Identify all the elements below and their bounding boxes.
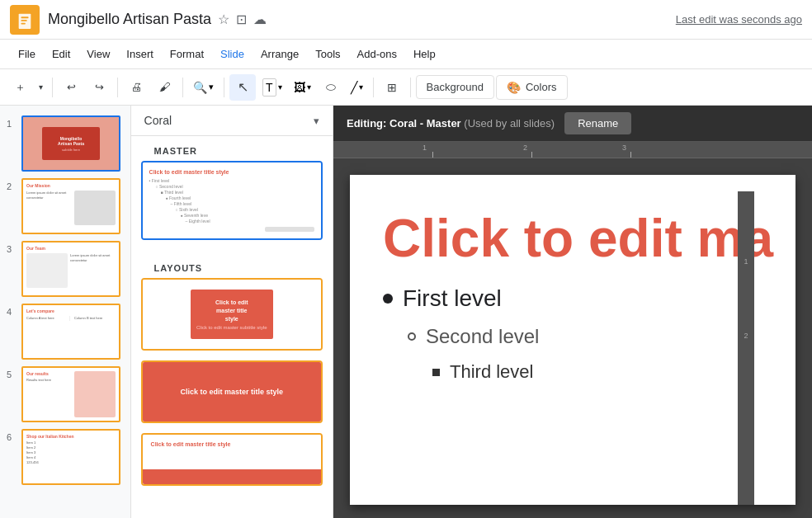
add-dropdown[interactable]: ▾: [34, 74, 47, 101]
app-title: Mongibello Artisan Pasta: [48, 11, 211, 28]
master-section-label: MASTER: [141, 136, 323, 161]
layout-thumb-3[interactable]: Click to edit master title style: [141, 433, 323, 486]
cloud-icon[interactable]: ☁: [253, 12, 267, 27]
last-edit-text: Last edit was seconds ago: [676, 13, 802, 26]
slide-canvas-area: Click to edit ma First level Second leve…: [333, 158, 812, 518]
slide-thumb-2[interactable]: 2 Our Mission Lorem ipsum dolor sit amet…: [0, 175, 130, 238]
colors-label: Colors: [526, 81, 557, 93]
background-button[interactable]: Background: [416, 75, 494, 99]
editing-header: Editing: Coral - Master (Used by all sli…: [333, 106, 812, 142]
master-line-7: ● Seventh leve: [181, 213, 314, 218]
svg-rect-1: [21, 16, 28, 18]
menu-slide[interactable]: Slide: [212, 45, 253, 64]
svg-rect-2: [21, 20, 26, 21]
add-button[interactable]: ＋: [7, 74, 33, 101]
ruler-tick-2: [531, 152, 532, 158]
slide-thumb-1[interactable]: 1 MongibelloArtisan Pasta subtitle here: [0, 112, 130, 175]
zoom-dropdown[interactable]: 🔍 ▾: [188, 78, 219, 97]
menu-edit[interactable]: Edit: [44, 45, 78, 64]
menu-arrange[interactable]: Arrange: [253, 45, 307, 64]
title-bar: Mongibello Artisan Pasta ☆ ⊡ ☁ Last edit…: [0, 0, 812, 40]
slide-num-3: 3: [7, 244, 17, 254]
slide-thumb-4[interactable]: 4 Let's compare Column A text here Colum…: [0, 300, 130, 363]
theme-header: Coral ▾: [131, 106, 333, 136]
text-tool-dropdown[interactable]: T ▾: [257, 75, 287, 100]
slide-img-6[interactable]: Shop our Italian Kitchen Item 1Item 2Ite…: [21, 429, 120, 485]
ruler-label-2: 2: [523, 144, 527, 152]
separator-5: [373, 78, 374, 97]
colors-button[interactable]: 🎨 Colors: [496, 75, 568, 100]
insert-layout-button[interactable]: ⊞: [379, 74, 405, 101]
bullet-third-level: Third level: [432, 361, 762, 383]
vertical-ruler: 1 2: [738, 191, 754, 505]
menu-bar: File Edit View Insert Format Slide Arran…: [0, 40, 812, 69]
rename-button[interactable]: Rename: [564, 112, 631, 134]
canvas-main-title: Click to edit ma: [350, 175, 795, 269]
toolbar: ＋ ▾ ↩ ↪ 🖨 🖌 🔍 ▾ ↖ T ▾ 🖼 ▾ ⬭ ╱ ▾ ⊞ Backgr…: [0, 69, 812, 106]
svg-rect-3: [21, 22, 26, 24]
ruler-tick-1: [432, 152, 433, 158]
slide-img-1[interactable]: MongibelloArtisan Pasta subtitle here: [21, 115, 120, 172]
theme-name: Coral: [144, 114, 314, 127]
layout-thumb-2[interactable]: Click to edit master title style: [141, 360, 323, 423]
menu-addons[interactable]: Add-ons: [349, 45, 405, 64]
master-thumbnail[interactable]: Click to edit master title style • First…: [141, 161, 323, 240]
master-line-3: ■ Third level: [161, 190, 314, 195]
menu-help[interactable]: Help: [405, 45, 444, 64]
main-layout: 1 MongibelloArtisan Pasta subtitle here …: [0, 106, 812, 518]
shape-tool[interactable]: ⬭: [318, 74, 344, 101]
separator-3: [182, 78, 183, 97]
ruler-tick-3: [630, 152, 631, 158]
slide-img-2[interactable]: Our Mission Lorem ipsum dolor sit amet c…: [21, 178, 120, 234]
slide-thumb-6[interactable]: 6 Shop our Italian Kitchen Item 1Item 2I…: [0, 426, 130, 488]
bullet-dot-icon: [383, 294, 393, 304]
slide-num-1: 1: [7, 119, 17, 129]
editing-label: Editing: Coral - Master (Used by all sli…: [347, 117, 555, 130]
menu-tools[interactable]: Tools: [307, 45, 348, 64]
line-tool-dropdown[interactable]: ╱ ▾: [346, 78, 368, 97]
menu-view[interactable]: View: [78, 45, 118, 64]
v-ruler-label-1: 1: [744, 257, 748, 266]
slide-num-2: 2: [7, 181, 17, 191]
slide-img-4[interactable]: Let's compare Column A text here Column …: [21, 304, 120, 360]
slide-num-4: 4: [7, 307, 17, 317]
toolbar-add-group: ＋ ▾: [7, 74, 47, 101]
slide-thumb-3[interactable]: 3 Our Team Lorem ipsum dolor sit amet co…: [0, 238, 130, 300]
slide-panel: 1 MongibelloArtisan Pasta subtitle here …: [0, 106, 131, 518]
slide-canvas: Click to edit ma First level Second leve…: [350, 175, 795, 505]
menu-file[interactable]: File: [10, 45, 44, 64]
redo-button[interactable]: ↪: [86, 74, 112, 101]
separator-1: [52, 78, 53, 97]
layout-thumb-1[interactable]: Click to editmaster titlestyle Click to …: [141, 278, 323, 351]
star-icon[interactable]: ☆: [218, 12, 229, 27]
ruler-label-1: 1: [423, 144, 427, 152]
bullet-first-level: First level: [383, 285, 762, 312]
ruler-label-3: 3: [622, 144, 626, 152]
master-line-2: ○ Second level: [156, 184, 314, 189]
slide-img-3[interactable]: Our Team Lorem ipsum dolor sit amet cons…: [21, 241, 120, 297]
image-tool-dropdown[interactable]: 🖼 ▾: [289, 78, 316, 97]
menu-format[interactable]: Format: [162, 45, 212, 64]
print-button[interactable]: 🖨: [123, 74, 149, 101]
v-ruler-label-2: 2: [744, 332, 748, 340]
ruler: 1 2 3: [333, 142, 812, 158]
undo-button[interactable]: ↩: [58, 74, 84, 101]
slide-thumb-5[interactable]: 5 Our results Results text here: [0, 363, 130, 426]
slide-img-5[interactable]: Our results Results text here: [21, 366, 120, 422]
menu-insert[interactable]: Insert: [118, 45, 162, 64]
bullet-square-icon: [432, 369, 440, 376]
cursor-tool[interactable]: ↖: [229, 74, 256, 101]
slide-num-6: 6: [7, 432, 17, 442]
colors-icon: 🎨: [507, 81, 521, 94]
master-line-6: ○ Sixth level: [176, 207, 314, 212]
bullet-second-text: Second level: [426, 325, 539, 348]
theme-panel: Coral ▾ MASTER Click to edit master titl…: [131, 106, 333, 518]
master-line-4: ● Fourth level: [166, 195, 314, 200]
paintformat-button[interactable]: 🖌: [151, 74, 177, 101]
slide-num-5: 5: [7, 370, 17, 379]
folder-icon[interactable]: ⊡: [236, 12, 247, 27]
theme-dropdown-icon[interactable]: ▾: [314, 115, 319, 127]
master-thumb-title: Click to edit master title style: [149, 169, 314, 175]
bullet-circle-icon: [408, 332, 416, 341]
canvas-bullets: First level Second level Third level: [350, 269, 795, 399]
